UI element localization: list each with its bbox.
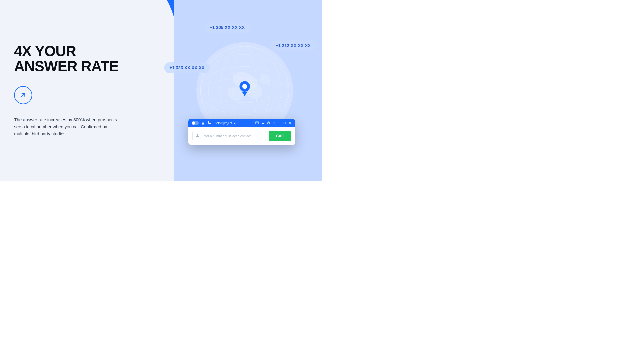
play-icon: ▶	[234, 122, 236, 124]
map-pin	[238, 80, 252, 97]
dialer-body: Enter a number or select a contact ⌄ Cal…	[188, 127, 295, 145]
settings-icon[interactable]	[272, 121, 276, 125]
phone-bubble-3: +1 323 XX XX XX	[164, 62, 210, 73]
svg-rect-10	[256, 122, 258, 124]
phone-input-wrapper[interactable]: Enter a number or select a contact ⌄	[192, 131, 266, 141]
toggle-button[interactable]	[192, 121, 199, 125]
maximize-button[interactable]: □	[284, 121, 286, 125]
arrow-up-right-icon	[19, 91, 27, 99]
minimize-button[interactable]: −	[278, 121, 280, 125]
svg-point-12	[274, 122, 274, 123]
history-icon[interactable]	[267, 121, 270, 125]
dialer-header: ▣ Select project ▶	[188, 119, 295, 127]
left-panel: 4X YOUR ANSWER RATE The answer rate incr…	[0, 0, 148, 181]
location-pin-icon	[238, 80, 252, 96]
headline-line2: ANSWER RATE	[14, 58, 119, 74]
person-icon	[196, 134, 200, 138]
select-project-label[interactable]: Select project	[215, 121, 232, 125]
arrow-circle[interactable]	[14, 86, 32, 104]
headline-line1: 4X YOUR	[14, 43, 76, 59]
headline: 4X YOUR ANSWER RATE	[14, 44, 134, 74]
description: The answer rate increases by 300% when p…	[14, 116, 119, 138]
close-button[interactable]: ✕	[289, 121, 292, 125]
chevron-down-icon: ⌄	[260, 135, 263, 138]
svg-point-8	[242, 84, 247, 89]
phone-bubble-2: +1 212 XX XX XX	[270, 40, 316, 51]
phone-header-icon[interactable]	[261, 121, 264, 125]
svg-point-13	[197, 134, 198, 136]
phone-bubble-1: +1 305 XX XX XX	[204, 22, 250, 33]
phone-input-placeholder: Enter a number or select a contact	[202, 134, 258, 138]
email-icon[interactable]	[255, 121, 259, 125]
dialer-widget: ▣ Select project ▶	[188, 119, 295, 145]
call-button[interactable]: Call	[269, 131, 291, 141]
header-icons: − □ ✕	[255, 121, 292, 125]
right-panel: +1 305 XX XX XX +1 212 XX XX XX +1 323 X…	[148, 0, 322, 181]
input-row: Enter a number or select a contact ⌄ Cal…	[192, 131, 291, 141]
svg-marker-9	[242, 92, 248, 96]
copy-icon: ▣	[202, 121, 204, 125]
phone-icon	[208, 121, 211, 125]
